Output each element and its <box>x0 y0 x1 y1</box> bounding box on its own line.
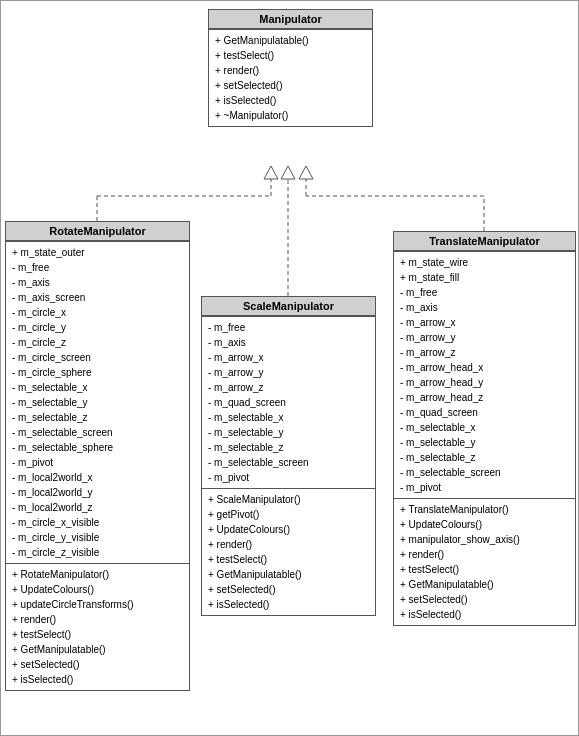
attr-item: - m_circle_screen <box>12 350 183 365</box>
method-item: + TranslateManipulator() <box>400 502 569 517</box>
attr-item: - m_selectable_z <box>400 450 569 465</box>
method-item: + UpdateColours() <box>12 582 183 597</box>
attr-item: - m_selectable_x <box>208 410 369 425</box>
method-item: + render() <box>400 547 569 562</box>
translate-header: TranslateManipulator <box>394 232 575 251</box>
attr-item: - m_selectable_screen <box>208 455 369 470</box>
rotate-header: RotateManipulator <box>6 222 189 241</box>
attr-item: - m_circle_x <box>12 305 183 320</box>
rotate-methods: + RotateManipulator() + UpdateColours() … <box>6 563 189 690</box>
method-item: + getPivot() <box>208 507 369 522</box>
manipulator-methods: + GetManipulatable() + testSelect() + re… <box>209 29 372 126</box>
attr-item: - m_arrow_z <box>400 345 569 360</box>
translate-class: TranslateManipulator + m_state_wire + m_… <box>393 231 576 626</box>
attr-item: - m_axis_screen <box>12 290 183 305</box>
attr-item: - m_free <box>208 320 369 335</box>
method-item: + testSelect() <box>215 48 366 63</box>
scale-methods: + ScaleManipulator() + getPivot() + Upda… <box>202 488 375 615</box>
attr-item: - m_arrow_z <box>208 380 369 395</box>
method-item: + UpdateColours() <box>400 517 569 532</box>
method-item: + RotateManipulator() <box>12 567 183 582</box>
attr-item: - m_selectable_screen <box>12 425 183 440</box>
method-item: + isSelected() <box>215 93 366 108</box>
attr-item: + m_state_fill <box>400 270 569 285</box>
attr-item: - m_arrow_x <box>400 315 569 330</box>
attr-item: - m_arrow_head_x <box>400 360 569 375</box>
method-item: + testSelect() <box>400 562 569 577</box>
svg-marker-4 <box>264 166 278 179</box>
attr-item: - m_circle_z <box>12 335 183 350</box>
method-item: + GetManipulatable() <box>215 33 366 48</box>
attr-item: - m_axis <box>12 275 183 290</box>
method-item: + GetManipulatable() <box>12 642 183 657</box>
attr-item: - m_circle_z_visible <box>12 545 183 560</box>
attr-item: - m_arrow_x <box>208 350 369 365</box>
attr-item: - m_axis <box>400 300 569 315</box>
attr-item: - m_selectable_sphere <box>12 440 183 455</box>
attr-item: - m_selectable_y <box>12 395 183 410</box>
method-item: + render() <box>215 63 366 78</box>
attr-item: - m_pivot <box>12 455 183 470</box>
attr-item: - m_quad_screen <box>400 405 569 420</box>
attr-item: - m_circle_y <box>12 320 183 335</box>
attr-item: - m_selectable_z <box>208 440 369 455</box>
attr-item: - m_selectable_x <box>400 420 569 435</box>
method-item: + ScaleManipulator() <box>208 492 369 507</box>
method-item: + render() <box>208 537 369 552</box>
attr-item: - m_free <box>12 260 183 275</box>
attr-item: - m_selectable_z <box>12 410 183 425</box>
attr-item: - m_selectable_y <box>208 425 369 440</box>
attr-item: - m_quad_screen <box>208 395 369 410</box>
attr-item: - m_free <box>400 285 569 300</box>
attr-item: - m_circle_x_visible <box>12 515 183 530</box>
attr-item: - m_selectable_x <box>12 380 183 395</box>
rotate-attributes: + m_state_outer - m_free - m_axis - m_ax… <box>6 241 189 563</box>
attr-item: - m_arrow_head_z <box>400 390 569 405</box>
attr-item: + m_state_outer <box>12 245 183 260</box>
method-item: + testSelect() <box>208 552 369 567</box>
method-item: + isSelected() <box>400 607 569 622</box>
attr-item: - m_circle_y_visible <box>12 530 183 545</box>
method-item: + setSelected() <box>400 592 569 607</box>
scale-header: ScaleManipulator <box>202 297 375 316</box>
method-item: + testSelect() <box>12 627 183 642</box>
translate-attributes: + m_state_wire + m_state_fill - m_free -… <box>394 251 575 498</box>
attr-item: - m_arrow_y <box>208 365 369 380</box>
rotate-class: RotateManipulator + m_state_outer - m_fr… <box>5 221 190 691</box>
attr-item: - m_pivot <box>208 470 369 485</box>
scale-attributes: - m_free - m_axis - m_arrow_x - m_arrow_… <box>202 316 375 488</box>
attr-item: - m_axis <box>208 335 369 350</box>
svg-marker-6 <box>281 166 295 179</box>
method-item: + setSelected() <box>12 657 183 672</box>
method-item: + UpdateColours() <box>208 522 369 537</box>
attr-item: - m_local2world_z <box>12 500 183 515</box>
method-item: + updateCircleTransforms() <box>12 597 183 612</box>
attr-item: - m_local2world_y <box>12 485 183 500</box>
method-item: + manipulator_show_axis() <box>400 532 569 547</box>
manipulator-class: Manipulator + GetManipulatable() + testS… <box>208 9 373 127</box>
method-item: + GetManipulatable() <box>400 577 569 592</box>
method-item: + setSelected() <box>208 582 369 597</box>
method-item: + render() <box>12 612 183 627</box>
method-item: + ~Manipulator() <box>215 108 366 123</box>
manipulator-header: Manipulator <box>209 10 372 29</box>
attr-item: - m_pivot <box>400 480 569 495</box>
attr-item: + m_state_wire <box>400 255 569 270</box>
attr-item: - m_circle_sphere <box>12 365 183 380</box>
attr-item: - m_selectable_y <box>400 435 569 450</box>
scale-class: ScaleManipulator - m_free - m_axis - m_a… <box>201 296 376 616</box>
diagram-container: Manipulator + GetManipulatable() + testS… <box>0 0 579 736</box>
attr-item: - m_local2world_x <box>12 470 183 485</box>
method-item: + isSelected() <box>208 597 369 612</box>
method-item: + setSelected() <box>215 78 366 93</box>
method-item: + isSelected() <box>12 672 183 687</box>
attr-item: - m_arrow_head_y <box>400 375 569 390</box>
attr-item: - m_arrow_y <box>400 330 569 345</box>
svg-marker-10 <box>299 166 313 179</box>
translate-methods: + TranslateManipulator() + UpdateColours… <box>394 498 575 625</box>
method-item: + GetManipulatable() <box>208 567 369 582</box>
attr-item: - m_selectable_screen <box>400 465 569 480</box>
